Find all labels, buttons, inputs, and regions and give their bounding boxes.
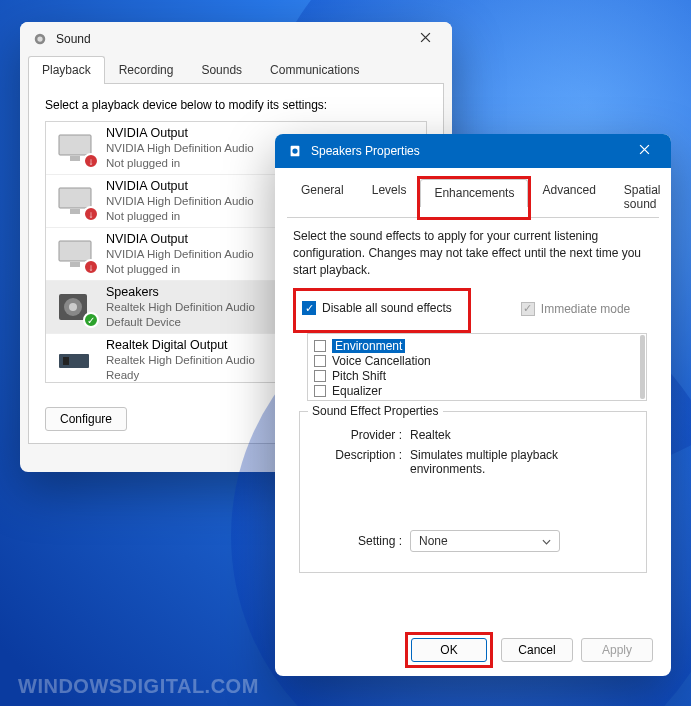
setting-label: Setting : [314, 534, 410, 548]
checkbox-icon[interactable] [314, 385, 326, 397]
disable-all-label: Disable all sound effects [322, 301, 452, 315]
tab-sounds[interactable]: Sounds [187, 56, 256, 84]
svg-rect-12 [63, 357, 69, 365]
svg-rect-5 [70, 209, 80, 214]
provider-value: Realtek [410, 428, 632, 442]
tab-enhancements[interactable]: Enhancements [420, 179, 528, 207]
svg-rect-4 [59, 188, 91, 208]
checkbox-icon[interactable] [314, 370, 326, 382]
tab-levels[interactable]: Levels [358, 176, 421, 218]
ok-button[interactable]: OK [411, 638, 487, 662]
tab-recording[interactable]: Recording [105, 56, 188, 84]
apply-button: Apply [581, 638, 653, 662]
sound-effect-properties-group: Sound Effect Properties Provider : Realt… [299, 411, 647, 573]
checkbox-icon[interactable] [314, 340, 326, 352]
disable-all-effects-checkbox[interactable]: ✓ Disable all sound effects [302, 301, 452, 315]
effect-label: Voice Cancellation [332, 354, 431, 368]
speakers-properties-window: Speakers Properties General Levels Enhan… [275, 134, 671, 676]
sound-titlebar[interactable]: Sound [20, 22, 452, 56]
checkbox-checked-icon: ✓ [302, 301, 316, 315]
description-value: Simulates multiple playback environments… [410, 448, 632, 476]
effect-item[interactable]: Equalizer [314, 383, 640, 398]
svg-point-14 [292, 148, 297, 153]
unplugged-badge-icon: ↓ [83, 206, 99, 222]
svg-rect-6 [59, 241, 91, 261]
digital-output-icon [54, 342, 96, 378]
chevron-down-icon [542, 534, 551, 548]
props-tabs: General Levels Enhancements Advanced Spa… [287, 176, 659, 218]
watermark: WINDOWSDIGITAL.COM [18, 675, 259, 698]
sound-title: Sound [56, 32, 404, 46]
cancel-button[interactable]: Cancel [501, 638, 573, 662]
monitor-icon: ↓ [54, 183, 96, 219]
speaker-device-icon: ✓ [54, 289, 96, 325]
monitor-icon: ↓ [54, 236, 96, 272]
effect-item[interactable]: Pitch Shift [314, 368, 640, 383]
svg-rect-3 [70, 156, 80, 161]
default-badge-icon: ✓ [83, 312, 99, 328]
unplugged-badge-icon: ↓ [83, 153, 99, 169]
effect-item[interactable]: Environment [314, 338, 640, 353]
props-titlebar[interactable]: Speakers Properties [275, 134, 671, 168]
setting-value: None [419, 534, 448, 548]
checkbox-disabled-icon: ✓ [521, 302, 535, 316]
monitor-icon: ↓ [54, 130, 96, 166]
sound-instruction: Select a playback device below to modify… [45, 98, 427, 112]
tab-communications[interactable]: Communications [256, 56, 373, 84]
tab-general[interactable]: General [287, 176, 358, 218]
close-icon [420, 32, 431, 46]
provider-label: Provider : [314, 428, 410, 442]
svg-point-10 [69, 303, 77, 311]
speaker-icon [32, 31, 48, 47]
scrollbar[interactable] [640, 335, 645, 399]
close-icon [639, 144, 650, 158]
tab-playback[interactable]: Playback [28, 56, 105, 84]
close-button[interactable] [404, 24, 446, 54]
svg-rect-7 [70, 262, 80, 267]
speaker-icon [287, 143, 303, 159]
effect-label: Environment [332, 339, 405, 353]
effects-list[interactable]: Environment Voice Cancellation Pitch Shi… [307, 333, 647, 401]
tab-advanced[interactable]: Advanced [528, 176, 609, 218]
immediate-mode-label: Immediate mode [541, 302, 630, 316]
enhancements-instruction: Select the sound effects to apply for yo… [293, 228, 653, 278]
immediate-mode-checkbox: ✓ Immediate mode [521, 302, 630, 316]
effect-item[interactable]: Voice Cancellation [314, 353, 640, 368]
setting-select[interactable]: None [410, 530, 560, 552]
unplugged-badge-icon: ↓ [83, 259, 99, 275]
close-button[interactable] [623, 136, 665, 166]
checkbox-icon[interactable] [314, 355, 326, 367]
group-legend: Sound Effect Properties [308, 404, 443, 418]
sound-tabs: Playback Recording Sounds Communications [28, 56, 444, 84]
effect-label: Equalizer [332, 384, 382, 398]
configure-button[interactable]: Configure [45, 407, 127, 431]
svg-rect-2 [59, 135, 91, 155]
tab-spatial-sound[interactable]: Spatial sound [610, 176, 675, 218]
effect-label: Pitch Shift [332, 369, 386, 383]
props-body: Select the sound effects to apply for yo… [275, 218, 671, 678]
svg-point-1 [37, 36, 42, 41]
props-title: Speakers Properties [311, 144, 623, 158]
description-label: Description : [314, 448, 410, 476]
